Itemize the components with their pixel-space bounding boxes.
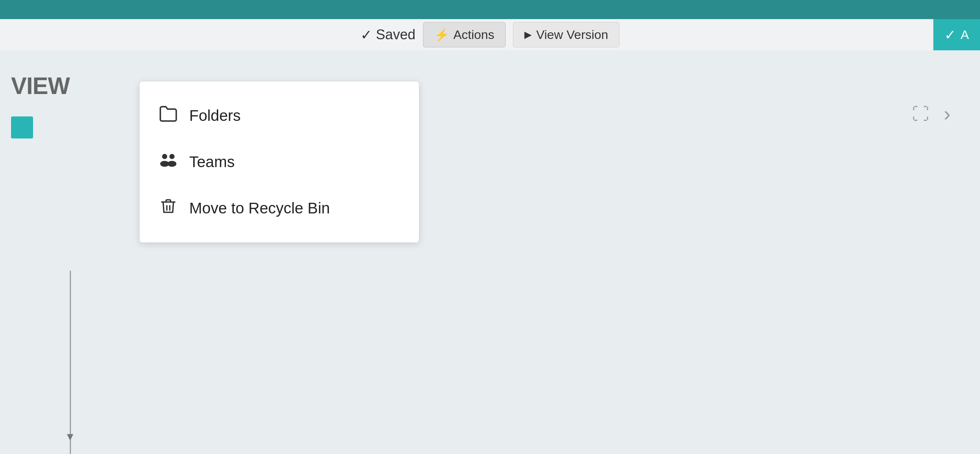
view-version-button[interactable]: ▶ View Version [513, 22, 619, 48]
teams-icon [158, 151, 178, 173]
saved-label: Saved [376, 27, 415, 43]
content-area: VIEW ▼ Folders [0, 50, 980, 454]
teams-label: Teams [189, 153, 235, 171]
folder-icon [158, 104, 178, 127]
play-icon: ▶ [524, 29, 532, 40]
main-content: ✓ Saved ⚡ Actions ▶ View Version ✓ A VIE… [0, 19, 980, 454]
toolbar-area: ✓ Saved ⚡ Actions ▶ View Version ✓ A [0, 19, 980, 50]
blue-item-box [11, 116, 33, 138]
approve-check-icon: ✓ [944, 27, 956, 43]
svg-point-0 [162, 154, 167, 159]
saved-check-icon: ✓ [361, 27, 372, 43]
actions-dropdown: Folders Teams [140, 81, 419, 243]
chevron-right-icon[interactable]: › [943, 102, 951, 125]
dropdown-item-recycle[interactable]: Move to Recycle Bin [140, 185, 419, 232]
lightning-icon: ⚡ [434, 28, 449, 42]
sidebar-panel: VIEW ▼ [0, 50, 140, 454]
trash-icon [158, 197, 178, 220]
expand-icon[interactable]: ⛶ [912, 104, 929, 124]
saved-indicator: ✓ Saved [361, 27, 415, 43]
dropdown-item-folders[interactable]: Folders [140, 92, 419, 139]
dropdown-item-teams[interactable]: Teams [140, 139, 419, 185]
svg-point-1 [169, 154, 175, 159]
top-bar [0, 0, 980, 19]
view-label: VIEW [11, 72, 70, 100]
timeline-line [70, 271, 71, 454]
svg-point-3 [167, 161, 177, 167]
approve-label: A [961, 27, 969, 42]
approve-button[interactable]: ✓ A [933, 19, 980, 50]
timeline-arrow-icon: ▼ [65, 430, 76, 443]
right-controls: ⛶ › [912, 102, 951, 125]
actions-label: Actions [453, 27, 495, 42]
view-version-label: View Version [536, 27, 608, 42]
folders-label: Folders [189, 107, 241, 124]
actions-button[interactable]: ⚡ Actions [423, 22, 506, 48]
recycle-label: Move to Recycle Bin [189, 200, 330, 217]
